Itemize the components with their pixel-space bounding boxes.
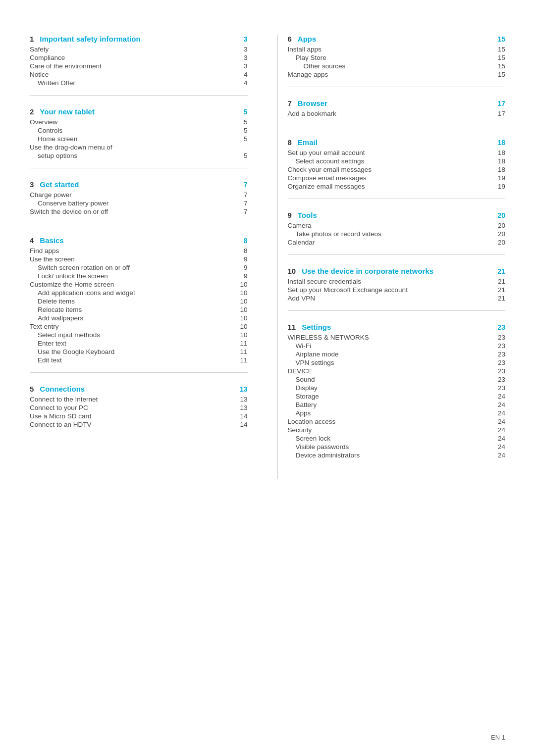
entry-label: Relocate items <box>30 306 82 313</box>
entry-page: 23 <box>493 367 505 375</box>
entry-page: 9 <box>236 255 248 263</box>
entry-page: 21 <box>493 295 505 302</box>
entry-page: 24 <box>493 418 505 425</box>
entry-page: 24 <box>493 435 505 442</box>
entry-label: Install apps <box>288 46 321 53</box>
toc-entry: Relocate items10 <box>30 305 248 314</box>
toc-entry: Set up your Microsoft Exchange account21 <box>288 286 506 294</box>
section-number: 1 <box>30 35 34 43</box>
entry-page: 4 <box>236 71 248 78</box>
toc-entry: Sound23 <box>288 375 506 384</box>
section-number: 9 <box>288 211 292 219</box>
toc-entry: Connect to an HDTV14 <box>30 420 248 429</box>
section-title: Connections <box>40 385 240 393</box>
toc-entry: DEVICE23 <box>288 367 506 375</box>
entry-page: 18 <box>493 149 505 156</box>
toc-entry: Screen lock24 <box>288 434 506 443</box>
toc-entry: Camera20 <box>288 221 506 230</box>
section-header: 2Your new tablet5 <box>30 107 248 116</box>
entry-page: 15 <box>493 62 505 70</box>
entry-page: 3 <box>236 62 248 70</box>
entry-label: Use a Micro SD card <box>30 412 92 420</box>
entry-page: 10 <box>236 281 248 288</box>
entry-page: 13 <box>236 404 248 411</box>
entry-label: Written Offer <box>30 79 75 87</box>
entry-page: 23 <box>493 384 505 392</box>
section-header: 3Get started7 <box>30 180 248 189</box>
entry-label: Wi-Fi <box>288 342 311 350</box>
entry-label: Controls <box>30 127 62 134</box>
entry-page: 9 <box>236 264 248 271</box>
entry-page: 5 <box>236 135 248 143</box>
entry-label: Airplane mode <box>288 351 339 358</box>
entry-label: Use the Google Keyboard <box>30 348 114 355</box>
section-number: 5 <box>30 385 34 393</box>
entry-label: Use the screen <box>30 255 75 263</box>
section-4: 4Basics8Find apps8Use the screen9Switch … <box>30 236 248 373</box>
toc-entry: WIRELESS & NETWORKS23 <box>288 333 506 342</box>
toc-entry: Battery24 <box>288 401 506 409</box>
toc-entry: Add a bookmark17 <box>288 109 506 118</box>
toc-entry: Select account settings18 <box>288 157 506 165</box>
entry-page: 18 <box>493 166 505 173</box>
toc-entry: Compose email messages19 <box>288 174 506 182</box>
entry-page: 15 <box>493 46 505 53</box>
toc-entry: Manage apps15 <box>288 70 506 79</box>
toc-entry: Safety3 <box>30 45 248 53</box>
toc-entry: Switch the device on or off7 <box>30 207 248 216</box>
entry-page: 11 <box>236 348 248 355</box>
toc-entry: Visible passwords24 <box>288 443 506 451</box>
toc-entry: Enter text11 <box>30 339 248 348</box>
entry-page: 10 <box>236 306 248 313</box>
entry-label: Screen lock <box>288 435 331 442</box>
toc-entry: Play Store15 <box>288 53 506 62</box>
entry-label: Care of the environment <box>30 62 102 70</box>
entry-label: Camera <box>288 222 312 229</box>
footer-label: EN 1 <box>491 734 505 741</box>
entry-page: 20 <box>493 222 505 229</box>
section-title: Settings <box>302 323 497 331</box>
toc-entry: Conserve battery power7 <box>30 199 248 207</box>
section-title: Get started <box>40 180 243 189</box>
entry-label: Compliance <box>30 54 65 61</box>
entry-label: VPN settings <box>288 359 334 366</box>
toc-entry: Wi-Fi23 <box>288 342 506 350</box>
entry-page: 17 <box>493 110 505 117</box>
entry-page: 23 <box>493 342 505 350</box>
section-page: 21 <box>497 267 505 275</box>
entry-page: 10 <box>236 323 248 330</box>
entry-page: 24 <box>493 401 505 408</box>
section-page: 8 <box>244 237 248 245</box>
toc-entry: Connect to the Internet13 <box>30 395 248 403</box>
entry-label: Check your email messages <box>288 166 372 173</box>
toc-entry: Use the Google Keyboard11 <box>30 348 248 356</box>
entry-label: Switch screen rotation on or off <box>30 264 130 271</box>
section-page: 15 <box>497 35 505 43</box>
toc-entry: Storage24 <box>288 392 506 401</box>
entry-page: 23 <box>493 376 505 383</box>
entry-label: Other sources <box>288 62 346 70</box>
section-title: Apps <box>298 35 498 43</box>
entry-page: 13 <box>236 396 248 403</box>
section-page: 13 <box>240 385 248 393</box>
toc-entry: Switch screen rotation on or off9 <box>30 263 248 272</box>
section-title: Use the device in corporate networks <box>302 267 497 275</box>
entry-page: 7 <box>236 208 248 215</box>
toc-entry: Display23 <box>288 384 506 392</box>
entry-page: 14 <box>236 421 248 428</box>
entry-page: 21 <box>493 286 505 294</box>
toc-entry: Text entry10 <box>30 322 248 331</box>
entry-page: 23 <box>493 359 505 366</box>
entry-page: 7 <box>236 191 248 199</box>
entry-label: Select input methods <box>30 331 100 339</box>
entry-page: 4 <box>236 79 248 87</box>
toc-entry: Controls5 <box>30 126 248 135</box>
entry-label: Enter text <box>30 340 66 347</box>
entry-label: Take photos or record videos <box>288 230 381 238</box>
entry-label: Customize the Home screen <box>30 281 114 288</box>
toc-entry: Apps24 <box>288 409 506 417</box>
section-6: 6Apps15Install apps15Play Store15Other s… <box>288 35 506 87</box>
toc-entry: Device administrators24 <box>288 451 506 459</box>
toc-entry: Use the drag-down menu of <box>30 143 248 151</box>
section-title: Browser <box>298 99 498 107</box>
